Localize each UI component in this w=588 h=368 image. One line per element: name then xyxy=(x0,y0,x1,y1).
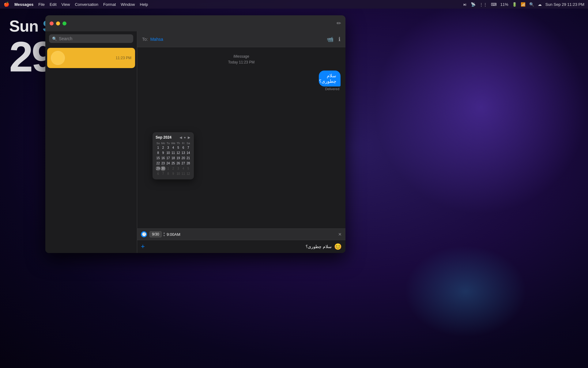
calendar-day[interactable]: 5 xyxy=(186,166,191,171)
search-menu-icon[interactable]: 🔍 xyxy=(529,2,534,7)
video-call-icon[interactable]: 📹 xyxy=(327,36,334,43)
cal-weekday-sa: Sa xyxy=(186,141,191,145)
calendar-day[interactable]: 3 xyxy=(176,166,181,171)
search-icon: 🔍 xyxy=(52,36,57,41)
wifi-signal-icon[interactable]: 📶 xyxy=(521,2,526,7)
calendar-day[interactable]: 29 xyxy=(156,166,160,171)
imessage-time: Today 11:23 PM xyxy=(142,60,341,64)
calendar-day[interactable]: 1 xyxy=(166,166,171,171)
imessage-label-text: iMessage xyxy=(233,54,249,59)
menubar-app-name[interactable]: Messages xyxy=(14,2,33,7)
calendar-day[interactable]: 26 xyxy=(176,161,181,166)
calendar-day[interactable]: 12 xyxy=(176,150,181,155)
schedule-close-button[interactable]: ✕ xyxy=(338,232,342,237)
calendar-day[interactable]: 27 xyxy=(181,161,186,166)
calendar-day[interactable]: 8 xyxy=(166,171,171,176)
wifi-icon[interactable]: 📡 xyxy=(471,2,476,7)
calendar-day[interactable]: 2 xyxy=(160,145,166,150)
calendar-day[interactable]: 7 xyxy=(160,171,166,176)
schedule-date-input[interactable] xyxy=(149,231,162,237)
calendar-day[interactable]: 9 xyxy=(160,150,166,155)
calendar-day[interactable]: 12 xyxy=(186,171,191,176)
calendar-day[interactable]: 4 xyxy=(181,166,186,171)
conversation-list: 11:23 PM xyxy=(45,46,137,253)
maximize-button[interactable] xyxy=(62,21,66,25)
menubar-conversation[interactable]: Conversation xyxy=(75,2,98,7)
scheduled-send-bar: 🕐 ▲ ▼ 9:00AM ✕ xyxy=(137,228,345,240)
menubar-window[interactable]: Window xyxy=(121,2,135,7)
calendar-day[interactable]: 10 xyxy=(176,171,181,176)
calendar-day[interactable]: 2 xyxy=(171,166,176,171)
calendar-day[interactable]: 15 xyxy=(156,155,160,161)
minimize-button[interactable] xyxy=(56,21,60,25)
calendar-day[interactable]: 18 xyxy=(171,155,176,161)
calendar-day[interactable]: 11 xyxy=(171,150,176,155)
calendar-day[interactable]: 30 xyxy=(160,166,166,171)
calendar-day[interactable]: 23 xyxy=(160,161,166,166)
calendar-day[interactable]: 5 xyxy=(176,145,181,150)
menubar-format[interactable]: Format xyxy=(103,2,116,7)
icloud-icon[interactable]: ☁ xyxy=(538,2,542,7)
calendar-popup: Sep 2024 ◀ ● ▶ Su Mo Tu xyxy=(153,132,194,179)
calendar-day[interactable]: 7 xyxy=(186,145,191,150)
chat-header: To: Mahsa 📹 ℹ xyxy=(137,31,345,47)
search-input[interactable] xyxy=(59,36,130,41)
menubar-help[interactable]: Help xyxy=(140,2,148,7)
imessage-label: iMessage xyxy=(142,53,341,59)
calendar-day[interactable]: 22 xyxy=(156,161,160,166)
chat-messages: iMessage Today 11:23 PM سلام چطوری؟ Deli… xyxy=(137,47,345,228)
emoji-button[interactable]: 😊 xyxy=(334,243,342,250)
date-stepper-up[interactable]: ▲ xyxy=(163,232,165,234)
window-titlebar: ✏ xyxy=(45,15,345,31)
schedule-time-value: 9:00AM xyxy=(167,232,180,237)
calendar-day[interactable]: 21 xyxy=(186,155,191,161)
menubar-edit[interactable]: Edit xyxy=(50,2,56,7)
play-icon[interactable]: ⏯ xyxy=(463,2,467,7)
calendar-next-button[interactable]: ▶ xyxy=(187,136,191,140)
datetime-label[interactable]: Sun Sep 29 11:23 PM xyxy=(545,2,584,7)
menubar-file[interactable]: File xyxy=(38,2,45,7)
keyboard-icon[interactable]: ⌨ xyxy=(491,2,497,7)
search-bar[interactable]: 🔍 xyxy=(49,34,133,43)
date-stepper[interactable]: ▲ ▼ xyxy=(163,232,165,237)
conversation-time: 11:23 PM xyxy=(116,56,131,60)
calendar-day[interactable]: 3 xyxy=(166,145,171,150)
calendar-day[interactable]: 11 xyxy=(181,171,186,176)
contact-name[interactable]: Mahsa xyxy=(150,37,163,42)
calendar-day[interactable]: 20 xyxy=(181,155,186,161)
calendar-day[interactable]: 19 xyxy=(176,155,181,161)
window-body: 🔍 11:23 PM T xyxy=(45,31,345,253)
calendar-day[interactable]: 28 xyxy=(186,161,191,166)
menubar-left: 🍎 Messages File Edit View Conversation F… xyxy=(4,2,148,7)
calendar-day[interactable]: 6 xyxy=(156,171,160,176)
conversation-item[interactable]: 11:23 PM xyxy=(47,48,135,68)
compose-button[interactable]: ✏ xyxy=(337,20,341,27)
calendar-day[interactable]: 14 xyxy=(186,150,191,155)
calendar-day[interactable]: 4 xyxy=(171,145,176,150)
battery-icon[interactable]: 🔋 xyxy=(512,2,517,7)
calendar-day[interactable]: 8 xyxy=(156,150,160,155)
message-input[interactable] xyxy=(147,244,332,249)
message-bubble: سلام چطوری؟ xyxy=(319,71,341,86)
calendar-day[interactable]: 9 xyxy=(171,171,176,176)
close-button[interactable] xyxy=(50,21,54,25)
calendar-day[interactable]: 24 xyxy=(166,161,171,166)
calendar-day[interactable]: 10 xyxy=(166,150,171,155)
calendar-day[interactable]: 25 xyxy=(171,161,176,166)
add-attachment-button[interactable]: + xyxy=(141,243,145,251)
apple-menu[interactable]: 🍎 xyxy=(4,2,9,7)
menubar-view[interactable]: View xyxy=(62,2,70,7)
control-center-icon[interactable]: ⋮⋮ xyxy=(479,2,487,7)
calendar-day[interactable]: 17 xyxy=(166,155,171,161)
calendar-day[interactable]: 16 xyxy=(160,155,166,161)
message-row: سلام چطوری؟ Delivered xyxy=(142,71,341,91)
avatar xyxy=(51,51,65,65)
cal-weekday-su: Su xyxy=(156,141,160,145)
calendar-day[interactable]: 13 xyxy=(181,150,186,155)
calendar-day[interactable]: 1 xyxy=(156,145,160,150)
calendar-today-button[interactable]: ● xyxy=(183,136,187,140)
calendar-day[interactable]: 6 xyxy=(181,145,186,150)
date-stepper-down[interactable]: ▼ xyxy=(163,235,165,237)
info-icon[interactable]: ℹ xyxy=(338,36,341,43)
calendar-prev-button[interactable]: ◀ xyxy=(179,136,183,140)
